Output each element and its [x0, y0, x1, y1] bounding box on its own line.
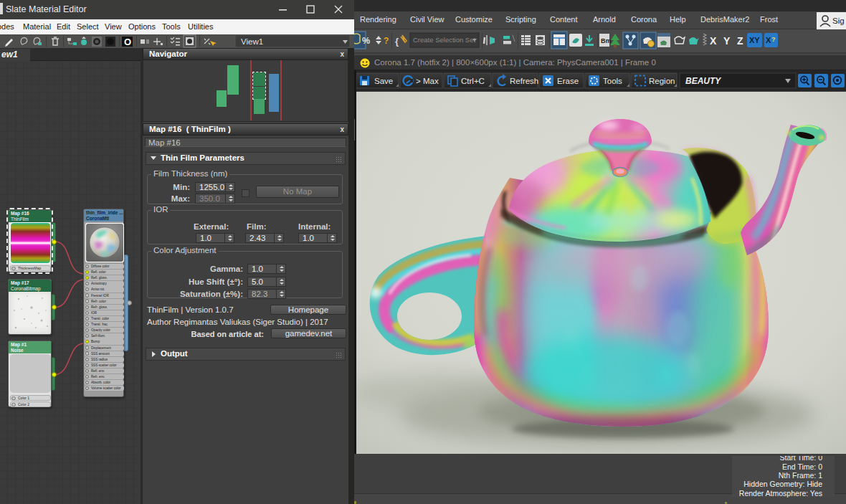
svg-text:%: % — [362, 36, 370, 46]
svg-text:> Max: > Max — [416, 77, 439, 85]
svg-text:Create Selection Set: Create Selection Set — [413, 36, 475, 44]
svg-text:?: ? — [384, 36, 389, 46]
svg-text:Ctrl+C: Ctrl+C — [461, 77, 485, 85]
svg-text:BEAUTY: BEAUTY — [685, 76, 721, 86]
svg-text:Tools: Tools — [603, 77, 622, 85]
svg-text:O: O — [124, 37, 131, 47]
svg-text:Bm: Bm — [601, 37, 612, 44]
svg-text:Erase: Erase — [557, 77, 579, 85]
svg-text:X: X — [766, 36, 771, 44]
svg-text:Refresh: Refresh — [510, 77, 538, 85]
svg-text:XY: XY — [749, 36, 760, 44]
svg-text:Sig: Sig — [832, 16, 845, 25]
svg-text:Region: Region — [649, 77, 675, 85]
svg-text:X: X — [710, 35, 717, 47]
svg-text:{: { — [395, 36, 399, 47]
svg-text:Save: Save — [374, 77, 393, 85]
svg-text:Y: Y — [723, 35, 731, 47]
svg-text:Z: Z — [737, 35, 743, 47]
svg-text:?: ? — [771, 36, 776, 43]
svg-text:View1: View1 — [241, 37, 263, 46]
